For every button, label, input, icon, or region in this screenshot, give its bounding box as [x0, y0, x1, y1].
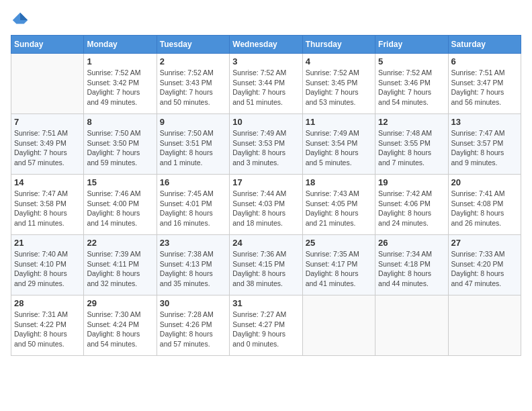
calendar-week-row: 14Sunrise: 7:47 AM Sunset: 3:58 PM Dayli… — [11, 175, 521, 235]
day-number: 23 — [160, 238, 226, 248]
day-of-week-header: Tuesday — [157, 36, 229, 54]
day-of-week-header: Monday — [84, 36, 157, 54]
svg-marker-1 — [20, 13, 28, 20]
day-info: Sunrise: 7:27 AM Sunset: 4:27 PM Dayligh… — [232, 310, 299, 349]
day-number: 16 — [160, 177, 226, 187]
day-info: Sunrise: 7:52 AM Sunset: 3:42 PM Dayligh… — [87, 68, 153, 107]
day-number: 20 — [451, 177, 518, 187]
calendar-day-cell: 5Sunrise: 7:52 AM Sunset: 3:46 PM Daylig… — [375, 54, 448, 114]
day-number: 5 — [378, 56, 445, 66]
calendar-day-cell: 16Sunrise: 7:45 AM Sunset: 4:01 PM Dayli… — [157, 175, 229, 235]
day-info: Sunrise: 7:52 AM Sunset: 3:43 PM Dayligh… — [160, 68, 226, 107]
day-number: 31 — [232, 298, 299, 308]
calendar-day-cell: 18Sunrise: 7:43 AM Sunset: 4:05 PM Dayli… — [302, 175, 375, 235]
day-info: Sunrise: 7:52 AM Sunset: 3:44 PM Dayligh… — [232, 68, 299, 107]
day-number: 25 — [306, 238, 372, 248]
calendar-week-row: 21Sunrise: 7:40 AM Sunset: 4:10 PM Dayli… — [11, 235, 521, 295]
calendar-day-cell: 3Sunrise: 7:52 AM Sunset: 3:44 PM Daylig… — [230, 54, 302, 114]
day-number: 14 — [14, 177, 81, 187]
calendar-day-cell: 9Sunrise: 7:50 AM Sunset: 3:51 PM Daylig… — [157, 114, 229, 175]
day-info: Sunrise: 7:52 AM Sunset: 3:46 PM Dayligh… — [378, 68, 445, 107]
day-number: 1 — [87, 56, 153, 66]
calendar-day-cell: 4Sunrise: 7:52 AM Sunset: 3:45 PM Daylig… — [302, 54, 375, 114]
day-of-week-header: Friday — [375, 36, 448, 54]
days-header-row: SundayMondayTuesdayWednesdayThursdayFrid… — [11, 36, 521, 54]
calendar-day-cell: 7Sunrise: 7:51 AM Sunset: 3:49 PM Daylig… — [11, 114, 84, 175]
day-info: Sunrise: 7:45 AM Sunset: 4:01 PM Dayligh… — [160, 189, 226, 228]
day-info: Sunrise: 7:31 AM Sunset: 4:22 PM Dayligh… — [14, 310, 81, 349]
day-number: 8 — [87, 117, 153, 127]
day-info: Sunrise: 7:38 AM Sunset: 4:13 PM Dayligh… — [160, 249, 226, 289]
calendar-week-row: 1Sunrise: 7:52 AM Sunset: 3:42 PM Daylig… — [11, 54, 521, 114]
day-number: 6 — [451, 56, 518, 66]
calendar-day-cell: 11Sunrise: 7:49 AM Sunset: 3:54 PM Dayli… — [302, 114, 375, 175]
day-info: Sunrise: 7:39 AM Sunset: 4:11 PM Dayligh… — [87, 249, 153, 289]
day-info: Sunrise: 7:40 AM Sunset: 4:10 PM Dayligh… — [14, 249, 81, 289]
calendar-day-cell: 1Sunrise: 7:52 AM Sunset: 3:42 PM Daylig… — [84, 54, 157, 114]
day-info: Sunrise: 7:52 AM Sunset: 3:45 PM Dayligh… — [306, 68, 372, 107]
day-info: Sunrise: 7:33 AM Sunset: 4:20 PM Dayligh… — [451, 249, 518, 289]
day-number: 28 — [14, 298, 81, 308]
calendar-week-row: 28Sunrise: 7:31 AM Sunset: 4:22 PM Dayli… — [11, 295, 521, 356]
calendar-day-cell — [375, 295, 448, 356]
day-info: Sunrise: 7:42 AM Sunset: 4:06 PM Dayligh… — [378, 189, 445, 228]
day-info: Sunrise: 7:34 AM Sunset: 4:18 PM Dayligh… — [378, 249, 445, 289]
calendar-day-cell: 24Sunrise: 7:36 AM Sunset: 4:15 PM Dayli… — [230, 235, 302, 295]
calendar-table: SundayMondayTuesdayWednesdayThursdayFrid… — [11, 35, 521, 356]
logo-icon — [11, 11, 30, 30]
calendar-day-cell — [448, 295, 521, 356]
day-info: Sunrise: 7:51 AM Sunset: 3:49 PM Dayligh… — [14, 128, 81, 168]
day-info: Sunrise: 7:28 AM Sunset: 4:26 PM Dayligh… — [160, 310, 226, 349]
day-number: 27 — [451, 238, 518, 248]
day-info: Sunrise: 7:46 AM Sunset: 4:00 PM Dayligh… — [87, 189, 153, 228]
day-number: 17 — [232, 177, 299, 187]
day-info: Sunrise: 7:43 AM Sunset: 4:05 PM Dayligh… — [306, 189, 372, 228]
day-info: Sunrise: 7:48 AM Sunset: 3:55 PM Dayligh… — [378, 128, 445, 168]
day-number: 7 — [14, 117, 81, 127]
logo — [11, 11, 32, 30]
calendar-day-cell: 12Sunrise: 7:48 AM Sunset: 3:55 PM Dayli… — [375, 114, 448, 175]
day-number: 21 — [14, 238, 81, 248]
calendar-week-row: 7Sunrise: 7:51 AM Sunset: 3:49 PM Daylig… — [11, 114, 521, 175]
day-info: Sunrise: 7:51 AM Sunset: 3:47 PM Dayligh… — [451, 68, 518, 107]
day-info: Sunrise: 7:44 AM Sunset: 4:03 PM Dayligh… — [232, 189, 299, 228]
calendar-day-cell: 13Sunrise: 7:47 AM Sunset: 3:57 PM Dayli… — [448, 114, 521, 175]
calendar-day-cell: 30Sunrise: 7:28 AM Sunset: 4:26 PM Dayli… — [157, 295, 229, 356]
calendar-day-cell: 19Sunrise: 7:42 AM Sunset: 4:06 PM Dayli… — [375, 175, 448, 235]
day-number: 18 — [306, 177, 372, 187]
calendar-day-cell: 25Sunrise: 7:35 AM Sunset: 4:17 PM Dayli… — [302, 235, 375, 295]
day-of-week-header: Wednesday — [230, 36, 302, 54]
day-number: 22 — [87, 238, 153, 248]
day-info: Sunrise: 7:36 AM Sunset: 4:15 PM Dayligh… — [232, 249, 299, 289]
day-of-week-header: Sunday — [11, 36, 84, 54]
calendar-day-cell: 8Sunrise: 7:50 AM Sunset: 3:50 PM Daylig… — [84, 114, 157, 175]
day-number: 13 — [451, 117, 518, 127]
page-header — [11, 11, 521, 30]
calendar-day-cell: 15Sunrise: 7:46 AM Sunset: 4:00 PM Dayli… — [84, 175, 157, 235]
day-info: Sunrise: 7:47 AM Sunset: 3:57 PM Dayligh… — [451, 128, 518, 168]
calendar-day-cell: 14Sunrise: 7:47 AM Sunset: 3:58 PM Dayli… — [11, 175, 84, 235]
day-number: 26 — [378, 238, 445, 248]
calendar-day-cell: 17Sunrise: 7:44 AM Sunset: 4:03 PM Dayli… — [230, 175, 302, 235]
day-number: 4 — [306, 56, 372, 66]
calendar-day-cell — [11, 54, 84, 114]
calendar-day-cell: 20Sunrise: 7:41 AM Sunset: 4:08 PM Dayli… — [448, 175, 521, 235]
day-number: 19 — [378, 177, 445, 187]
calendar-day-cell: 29Sunrise: 7:30 AM Sunset: 4:24 PM Dayli… — [84, 295, 157, 356]
day-number: 11 — [306, 117, 372, 127]
day-number: 9 — [160, 117, 226, 127]
day-number: 15 — [87, 177, 153, 187]
day-info: Sunrise: 7:50 AM Sunset: 3:50 PM Dayligh… — [87, 128, 153, 168]
calendar-day-cell: 6Sunrise: 7:51 AM Sunset: 3:47 PM Daylig… — [448, 54, 521, 114]
calendar-day-cell: 2Sunrise: 7:52 AM Sunset: 3:43 PM Daylig… — [157, 54, 229, 114]
calendar-day-cell: 22Sunrise: 7:39 AM Sunset: 4:11 PM Dayli… — [84, 235, 157, 295]
calendar-day-cell: 27Sunrise: 7:33 AM Sunset: 4:20 PM Dayli… — [448, 235, 521, 295]
calendar-day-cell: 23Sunrise: 7:38 AM Sunset: 4:13 PM Dayli… — [157, 235, 229, 295]
calendar-day-cell: 26Sunrise: 7:34 AM Sunset: 4:18 PM Dayli… — [375, 235, 448, 295]
day-info: Sunrise: 7:47 AM Sunset: 3:58 PM Dayligh… — [14, 189, 81, 228]
day-number: 24 — [232, 238, 299, 248]
calendar-day-cell: 21Sunrise: 7:40 AM Sunset: 4:10 PM Dayli… — [11, 235, 84, 295]
day-of-week-header: Thursday — [302, 36, 375, 54]
day-number: 29 — [87, 298, 153, 308]
calendar-day-cell: 31Sunrise: 7:27 AM Sunset: 4:27 PM Dayli… — [230, 295, 302, 356]
